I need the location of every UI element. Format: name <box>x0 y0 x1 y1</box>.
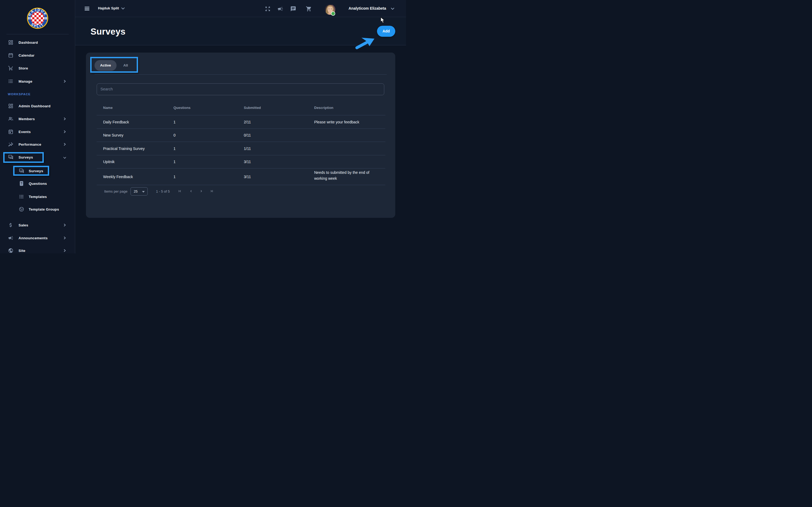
svg-text:?: ? <box>20 182 22 185</box>
